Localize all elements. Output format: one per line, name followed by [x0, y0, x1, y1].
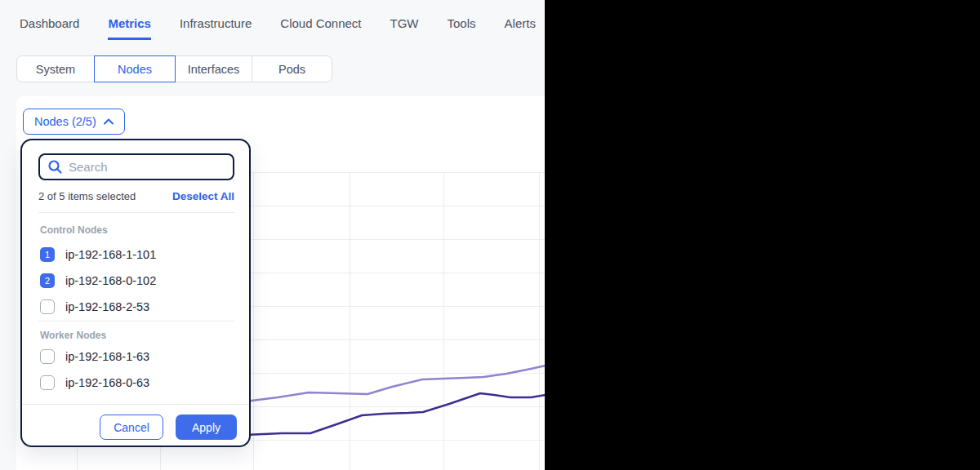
- checkbox-unchecked[interactable]: [40, 299, 55, 314]
- panel-footer: Cancel Apply: [22, 415, 249, 440]
- search-icon: [47, 159, 63, 175]
- selection-summary: 2 of 5 items selected: [38, 190, 136, 202]
- divider: [38, 212, 234, 213]
- search-box[interactable]: [38, 153, 234, 180]
- black-mask: [545, 0, 980, 470]
- tab-nodes[interactable]: Nodes: [94, 55, 176, 82]
- chevron-up-icon: [104, 118, 114, 125]
- nav-item-metrics[interactable]: Metrics: [108, 16, 151, 40]
- group-header-worker-nodes: Worker Nodes: [40, 330, 106, 341]
- selection-summary-row: 2 of 5 items selected Deselect All: [38, 190, 234, 202]
- deselect-all-link[interactable]: Deselect All: [172, 190, 234, 202]
- selected-order-badge[interactable]: 2: [40, 273, 55, 288]
- node-row-ip-192-168-0-102[interactable]: 2 ip-192-168-0-102: [40, 271, 238, 290]
- nav-item-infrastructure[interactable]: Infrastructure: [180, 16, 252, 38]
- node-label: ip-192-168-2-53: [65, 300, 149, 313]
- selected-order-badge[interactable]: 1: [40, 247, 55, 262]
- search-input[interactable]: [69, 160, 225, 174]
- node-row-ip-192-168-0-63[interactable]: ip-192-168-0-63: [40, 373, 238, 392]
- node-label: ip-192-168-0-102: [65, 274, 156, 287]
- nav-item-tools[interactable]: Tools: [448, 16, 476, 38]
- metrics-tab-bar: System Nodes Interfaces Pods: [16, 55, 332, 82]
- divider: [38, 321, 234, 321]
- node-label: ip-192-168-1-101: [65, 248, 156, 261]
- tab-pods[interactable]: Pods: [252, 55, 332, 82]
- nodes-dropdown-button[interactable]: Nodes (2/5): [23, 109, 125, 135]
- node-label: ip-192-168-1-63: [65, 350, 149, 363]
- node-row-ip-192-168-1-63[interactable]: ip-192-168-1-63: [40, 347, 238, 366]
- node-row-ip-192-168-2-53[interactable]: ip-192-168-2-53: [40, 297, 238, 317]
- nav-item-tgw[interactable]: TGW: [390, 16, 419, 38]
- nav-item-dashboard[interactable]: Dashboard: [20, 16, 79, 38]
- nav-item-cloud-connect[interactable]: Cloud Connect: [280, 16, 361, 38]
- apply-button[interactable]: Apply: [176, 415, 237, 440]
- cancel-button[interactable]: Cancel: [100, 415, 163, 440]
- checkbox-unchecked[interactable]: [40, 349, 55, 364]
- node-selector-panel: 2 of 5 items selected Deselect All Contr…: [20, 139, 251, 447]
- nodes-dropdown-label: Nodes (2/5): [34, 115, 96, 128]
- node-row-ip-192-168-1-101[interactable]: 1 ip-192-168-1-101: [40, 245, 238, 264]
- top-nav: Dashboard Metrics Infrastructure Cloud C…: [20, 16, 536, 40]
- tab-interfaces[interactable]: Interfaces: [175, 55, 252, 82]
- tab-system[interactable]: System: [16, 55, 95, 82]
- checkbox-unchecked[interactable]: [40, 375, 55, 390]
- node-label: ip-192-168-0-63: [65, 376, 149, 389]
- footer-divider: [22, 404, 249, 405]
- nav-item-alerts[interactable]: Alerts: [505, 16, 536, 38]
- group-header-control-nodes: Control Nodes: [40, 224, 108, 236]
